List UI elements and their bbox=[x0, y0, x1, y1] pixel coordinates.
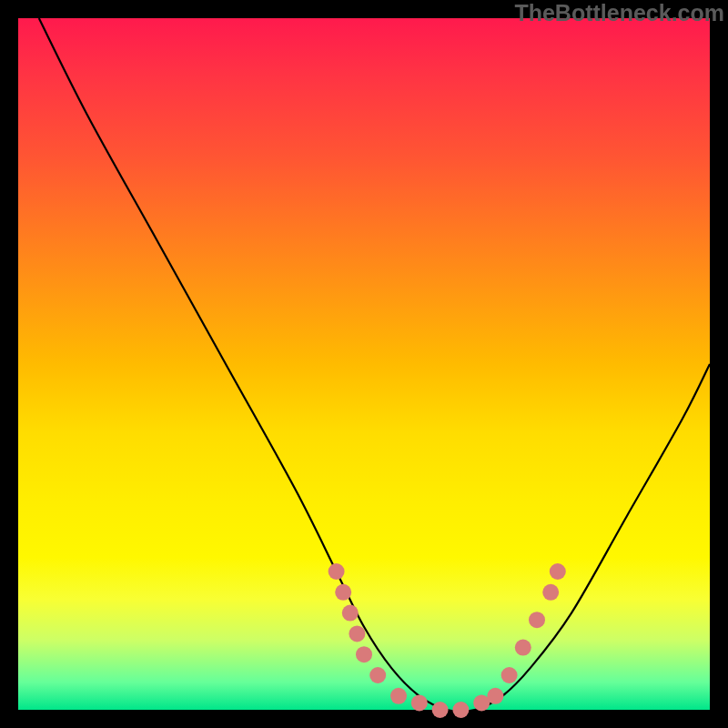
marker-dot bbox=[342, 605, 359, 622]
marker-dot bbox=[390, 688, 407, 704]
marker-dot bbox=[369, 667, 386, 683]
marker-dot bbox=[542, 584, 559, 601]
chart-svg bbox=[18, 18, 710, 710]
marker-dot bbox=[432, 702, 449, 718]
marker-dot bbox=[487, 688, 503, 704]
marker-dot bbox=[329, 563, 345, 580]
marker-dot bbox=[501, 667, 518, 683]
chart-frame bbox=[18, 18, 710, 710]
marker-dot bbox=[550, 563, 566, 580]
marker-dot bbox=[515, 640, 531, 656]
plot-area bbox=[18, 18, 710, 710]
bottleneck-curve bbox=[39, 18, 710, 712]
marker-dot bbox=[349, 625, 365, 642]
marker-dot bbox=[356, 646, 372, 662]
highlight-dots bbox=[329, 563, 566, 718]
watermark-text: TheBottleneck.com bbox=[514, 0, 724, 26]
marker-dot bbox=[452, 702, 469, 718]
marker-dot bbox=[529, 612, 545, 628]
marker-dot bbox=[411, 694, 428, 711]
marker-dot bbox=[335, 584, 351, 601]
